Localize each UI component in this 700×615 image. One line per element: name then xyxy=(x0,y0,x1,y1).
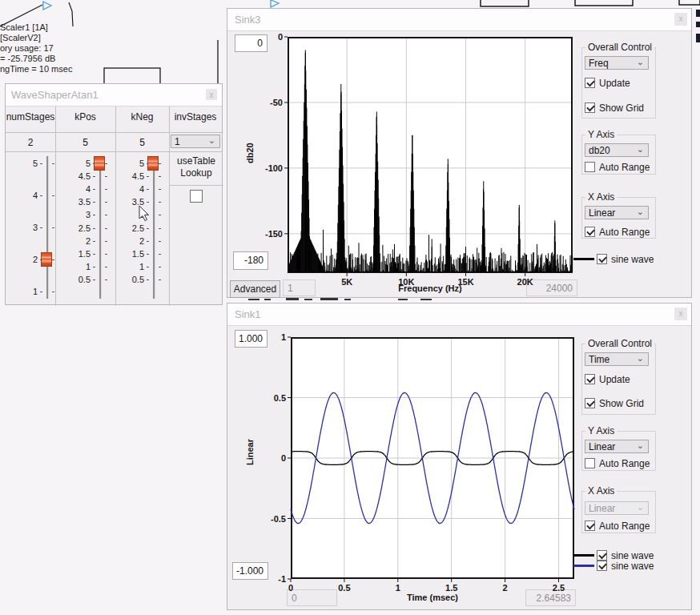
x-axis-group-label: X Axis xyxy=(585,485,617,496)
slider-tick-mark xyxy=(40,195,42,196)
slider-tick-mark xyxy=(52,259,54,260)
sink1-title: Sink1 xyxy=(235,308,261,320)
slider-tick-mark xyxy=(52,291,54,292)
y-axis-dropdown[interactable]: Linear ⌄ xyxy=(585,440,649,453)
slider-tick-mark xyxy=(93,189,95,190)
row-divider xyxy=(6,132,222,133)
sink3-ymin-field[interactable]: -180 xyxy=(233,251,268,270)
slider-tick-mark xyxy=(159,215,161,215)
use-table-lookup-checkbox[interactable] xyxy=(190,190,203,203)
sink3-y-axis-label: db20 xyxy=(245,143,255,163)
x-tick-label: 1.5 xyxy=(432,583,471,593)
y-axis-group-label: Y Axis xyxy=(585,425,617,436)
sink3-xmin-field[interactable]: 1 xyxy=(283,279,316,296)
show-grid-checkbox[interactable] xyxy=(585,398,595,408)
y-axis-value: db20 xyxy=(589,145,610,156)
slider-tick-label: 4 xyxy=(66,184,91,194)
show-grid-label: Show Grid xyxy=(599,398,644,409)
slider-tick-mark xyxy=(147,202,149,203)
y-auto-range-checkbox[interactable] xyxy=(585,458,595,468)
x-axis-group-label: X Axis xyxy=(585,191,617,203)
slider-tick-mark xyxy=(52,227,54,228)
slider-tick-mark xyxy=(93,241,95,242)
update-checkbox[interactable] xyxy=(585,78,595,88)
legend-series-checkbox[interactable] xyxy=(597,561,607,571)
y-tick-label: -150 xyxy=(252,229,283,239)
legend-line-sample xyxy=(573,565,594,567)
update-checkbox[interactable] xyxy=(585,374,595,384)
kNeg-slider-handle[interactable] xyxy=(147,156,159,171)
slider-tick-label: 2.5 xyxy=(66,223,91,233)
kneg-value: 5 xyxy=(115,137,169,148)
numStages-slider-track[interactable] xyxy=(46,156,49,299)
slider-tick-label: 4.5 xyxy=(120,171,144,181)
kpos-value: 5 xyxy=(55,137,115,148)
waveshaper-titlebar[interactable]: WaveShaperAtan1 x xyxy=(6,84,222,107)
advanced-button[interactable]: Advanced xyxy=(230,280,280,298)
close-icon[interactable]: x xyxy=(674,13,687,26)
x-tick-label: 15K xyxy=(447,277,485,287)
x-tick-label: 1 xyxy=(379,583,417,593)
chevron-down-icon: ⌄ xyxy=(637,353,644,364)
y-tick-label: -1 xyxy=(255,574,286,584)
slider-tick-label: 5 xyxy=(120,159,144,168)
sink1-y-axis-label: Linear xyxy=(245,439,255,465)
y-axis-dropdown[interactable]: db20 ⌄ xyxy=(585,143,649,157)
legend-series-checkbox[interactable] xyxy=(597,550,607,561)
close-icon[interactable]: x xyxy=(674,308,687,320)
slider-tick-mark xyxy=(105,228,107,229)
sink3-plot xyxy=(288,37,573,273)
slider-tick-label: 5 xyxy=(66,159,91,168)
sink1-plot xyxy=(291,337,574,579)
x-axis-dropdown[interactable]: Linear ⌄ xyxy=(585,206,649,219)
x-auto-range-checkbox[interactable] xyxy=(585,227,595,237)
slider-tick-label: 2 xyxy=(14,255,38,264)
kNeg-slider-track[interactable] xyxy=(153,156,155,299)
kPos-slider-track[interactable] xyxy=(99,156,102,299)
chevron-down-icon: ⌄ xyxy=(637,207,644,217)
slider-tick-mark xyxy=(147,241,149,242)
sink1-titlebar[interactable]: Sink1 x xyxy=(227,303,691,326)
slider-tick-mark xyxy=(105,163,107,164)
slider-tick-mark xyxy=(93,279,95,280)
invstages-dropdown[interactable]: 1 ⌄ xyxy=(171,135,220,148)
slider-tick-mark xyxy=(105,241,107,242)
sink3-x-axis-label: Frequency (Hz) xyxy=(350,283,510,293)
slider-tick-label: 2 xyxy=(66,236,91,246)
y-auto-range-label: Auto Range xyxy=(599,162,650,173)
overall-control-dropdown[interactable]: Freq ⌄ xyxy=(585,56,649,70)
module-info-text: = -25.7956 dB xyxy=(0,54,55,63)
y-tick-label: 1 xyxy=(255,332,286,342)
slider-tick-mark xyxy=(40,163,42,164)
legend-series-label: sine wave xyxy=(611,254,654,265)
close-icon[interactable]: x xyxy=(206,89,217,100)
sink1-window: Sink1 x 1.000 -1.000 Linear 0 Time (msec… xyxy=(227,303,692,610)
slider-tick-label: 4.5 xyxy=(66,171,91,181)
slider-tick-label: 4 xyxy=(120,184,144,194)
x-auto-range-checkbox[interactable] xyxy=(585,521,595,531)
numStages-slider-handle[interactable] xyxy=(41,252,52,267)
slider-tick-mark xyxy=(159,176,161,177)
overall-control-dropdown[interactable]: Time ⌄ xyxy=(585,352,649,366)
slider-tick-mark xyxy=(105,215,107,215)
legend-series-label: sine wave xyxy=(611,561,654,572)
slider-tick-mark xyxy=(93,215,95,215)
module-info-text: ngTime = 10 msec xyxy=(0,64,72,74)
slider-tick-mark xyxy=(105,279,107,280)
pin-arrow-icon xyxy=(43,2,51,10)
show-grid-checkbox[interactable] xyxy=(585,102,595,113)
chevron-down-icon: ⌄ xyxy=(208,135,215,146)
y-axis-value: Linear xyxy=(589,441,615,452)
module-info-text: [ScalerV2] xyxy=(0,33,41,42)
y-auto-range-label: Auto Range xyxy=(599,458,650,469)
x-axis-dropdown[interactable]: Linear ⌄ xyxy=(585,501,649,515)
legend-series-checkbox[interactable] xyxy=(597,254,607,264)
y-auto-range-checkbox[interactable] xyxy=(585,162,595,172)
kPos-slider-handle[interactable] xyxy=(94,156,105,171)
x-tick-label: 2 xyxy=(486,583,525,593)
slider-tick-label: 2 xyxy=(120,236,144,246)
sink3-titlebar[interactable]: Sink3 x xyxy=(227,9,691,31)
slider-tick-mark xyxy=(159,254,161,255)
column-divider xyxy=(169,107,170,306)
x-tick-label: 5K xyxy=(328,277,366,287)
